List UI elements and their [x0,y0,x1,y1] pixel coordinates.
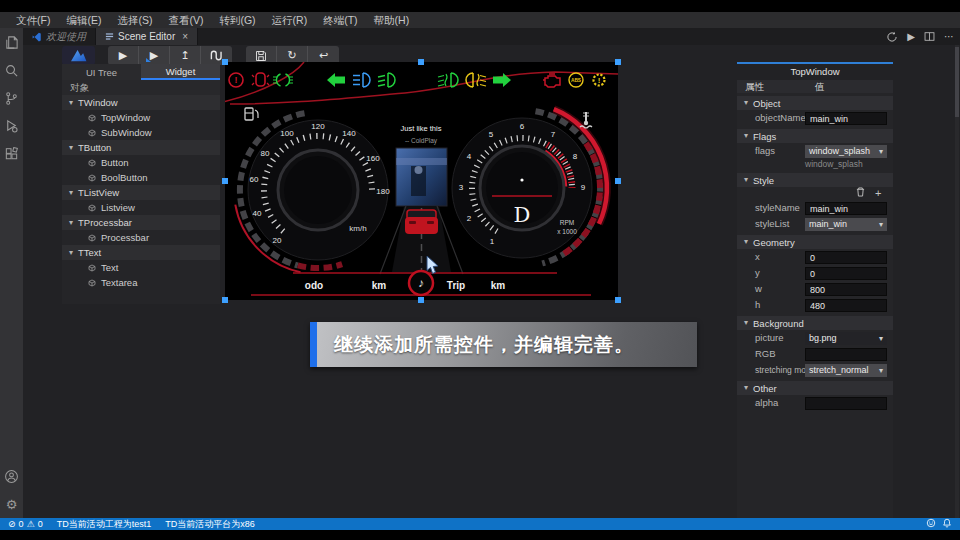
simulate-button[interactable]: ▶ [108,46,139,65]
tree-group-ttext[interactable]: ▾TText [62,245,220,260]
tree-item-text[interactable]: Text [62,260,220,275]
svg-text:6: 6 [520,122,525,131]
section-background[interactable]: ▾Background [737,316,893,330]
banner-accent-bar [310,322,317,367]
tree-item-listview[interactable]: Listview [62,200,220,215]
tree-item-button[interactable]: Button [62,155,220,170]
menu-item-view[interactable]: 查看(V) [160,12,211,28]
stylename-input[interactable] [805,202,887,215]
tree-item-textarea[interactable]: Textarea [62,275,220,290]
split-editor-icon[interactable] [924,31,935,42]
row-w: w [737,281,893,297]
tach-center-dot [520,178,523,181]
fog-light-icon [438,73,458,87]
stylelist-select[interactable]: main_win▾ [805,218,887,231]
section-geometry[interactable]: ▾Geometry [737,235,893,249]
section-other[interactable]: ▾Other [737,381,893,395]
objectname-input[interactable] [805,112,887,125]
tree-group-tbutton[interactable]: ▾TButton [62,140,220,155]
row-x: x [737,249,893,265]
tree-item-topwindow[interactable]: TopWindow [62,110,220,125]
tab-ui-tree[interactable]: UI Tree [62,64,141,80]
tab-welcome[interactable]: 欢迎使用 [23,28,96,45]
tree-item-subwindow[interactable]: SubWindow [62,125,220,140]
y-input[interactable] [805,267,887,280]
account-icon[interactable] [0,462,23,490]
collapse-caret-icon: ▾ [744,384,748,392]
menu-item-terminal[interactable]: 终端(T) [315,12,365,28]
scene-logo-button[interactable] [62,46,95,65]
tachometer-gauge[interactable]: 1 2 3 4 5 6 7 8 9 D RPM x 1000 [452,109,607,263]
scene-canvas[interactable]: ! [225,62,618,300]
x-input[interactable] [805,251,887,264]
svg-text:!: ! [235,75,238,85]
tree-group-tprocessbar[interactable]: ▾TProcessbar [62,215,220,230]
section-object[interactable]: ▾Object [737,96,893,110]
col-property-header: 属性 [745,80,764,93]
selection-handle-se[interactable] [615,297,621,303]
debug-accent [146,58,151,62]
deploy-button[interactable]: ↥ [170,46,201,65]
more-actions-icon[interactable]: ⋯ [944,32,954,42]
w-input[interactable] [805,283,887,296]
selection-handle-s[interactable] [418,297,424,303]
selection-handle-sw[interactable] [222,297,228,303]
selection-handle-ne[interactable] [615,59,621,65]
section-flags[interactable]: ▾Flags [737,129,893,143]
tree-group-tlistview[interactable]: ▾TListView [62,185,220,200]
notifications-bell-icon[interactable] [942,518,952,530]
menu-item-run[interactable]: 运行(R) [264,12,316,28]
selection-handle-nw[interactable] [222,59,228,65]
active-project-status[interactable]: TD当前活动工程为test1 [57,518,152,531]
rgb-input[interactable] [805,348,887,361]
tree-item-processbar[interactable]: Processbar [62,230,220,245]
widget-cube-icon [88,129,96,137]
active-platform-status[interactable]: TD当前活动平台为x86 [165,518,255,531]
menu-item-help[interactable]: 帮助(H) [366,12,418,28]
section-style[interactable]: ▾Style [737,173,893,187]
menu-item-selection[interactable]: 选择(S) [109,12,160,28]
source-control-icon[interactable] [0,84,23,112]
telltale-row[interactable]: ! [229,73,605,87]
collapse-caret-icon: ▾ [744,99,748,107]
add-style-icon[interactable]: + [875,187,881,199]
speedometer-gauge[interactable]: 20 40 60 80 100 120 140 160 180 km/h [235,108,390,272]
tab-scene-editor[interactable]: Scene Editor × [96,28,198,45]
trip-label: Trip [447,280,465,291]
problems-status[interactable]: ⊘ 0 ⚠ 0 [8,519,43,529]
tab-close-icon[interactable]: × [182,31,188,42]
flags-select[interactable]: window_splash▾ [805,145,887,158]
run-code-icon[interactable] [886,31,898,43]
run-file-icon[interactable]: ▶ [907,32,915,42]
widget-cube-icon [88,234,96,242]
explorer-icon[interactable] [0,28,23,56]
odometer-bar[interactable]: odo km Trip km ♪ [251,271,591,295]
feedback-icon[interactable] [926,518,936,530]
delete-style-icon[interactable] [856,187,865,199]
menu-item-edit[interactable]: 编辑(E) [58,12,109,28]
selection-handle-w[interactable] [222,178,228,184]
simulate-debug-button[interactable]: ▶ [139,46,170,65]
editor-tab-bar: 欢迎使用 Scene Editor × ▶ ⋯ [23,28,960,45]
picture-select[interactable]: bg.png▾ [805,332,887,345]
svg-text:180: 180 [376,187,390,196]
selection-handle-n[interactable] [418,59,424,65]
extensions-icon[interactable] [0,140,23,168]
settings-gear-icon[interactable]: ⚙ [0,490,23,518]
alpha-input[interactable] [805,397,887,410]
row-h: h [737,297,893,313]
menu-item-file[interactable]: 文件(F) [8,12,58,28]
tree-item-boolbutton[interactable]: BoolButton [62,170,220,185]
status-bar: ⊘ 0 ⚠ 0 TD当前活动工程为test1 TD当前活动平台为x86 [0,518,960,530]
chevron-down-icon: ▾ [879,145,883,158]
editor-scrollbar[interactable] [955,45,959,518]
h-input[interactable] [805,299,887,312]
stretching-mode-select[interactable]: stretch_normal▾ [805,364,887,377]
menu-item-goto[interactable]: 转到(G) [211,12,263,28]
run-debug-icon[interactable] [0,112,23,140]
tree-group-twindow[interactable]: ▾TWindow [62,95,220,110]
tab-widget[interactable]: Widget [141,64,220,80]
media-widget[interactable]: Just like this -- ColdPlay [396,124,447,206]
selection-handle-e[interactable] [615,178,621,184]
search-icon[interactable] [0,56,23,84]
